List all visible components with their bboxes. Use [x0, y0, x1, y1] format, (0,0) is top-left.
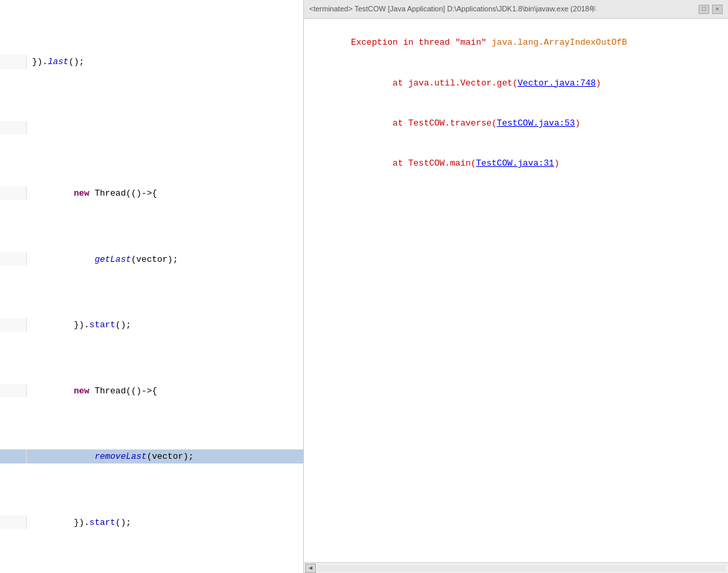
- line-code: [27, 121, 303, 135]
- line-number: [0, 516, 27, 530]
- line-number: [0, 318, 27, 332]
- line-number: [0, 384, 27, 398]
- thread-name: "main": [455, 37, 486, 47]
- line-code: getLast(vector);: [27, 252, 303, 266]
- code-line: new Thread(()->{: [0, 186, 303, 200]
- console-stack-line: at TestCOW.traverse(TestCOW.java:53): [309, 104, 723, 144]
- line-number: [0, 55, 27, 69]
- scroll-track[interactable]: [317, 565, 725, 572]
- line-number: [0, 252, 27, 266]
- exception-text: Exception in thread: [351, 37, 455, 47]
- stack-at-text: at java.util.Vector.get(: [351, 78, 518, 88]
- console-stack-line: at TestCOW.main(TestCOW.java:31): [309, 144, 723, 184]
- close-button[interactable]: ✕: [712, 5, 723, 14]
- line-code: removeLast(vector);: [27, 449, 303, 463]
- line-code: }).start();: [27, 516, 303, 530]
- console-header: <terminated> TestCOW [Java Application] …: [304, 0, 728, 19]
- code-line: }).start();: [0, 516, 303, 530]
- code-line-highlighted: removeLast(vector);: [0, 449, 303, 463]
- code-line: getLast(vector);: [0, 252, 303, 266]
- console-stack-line: at java.util.Vector.get(Vector.java:748): [309, 63, 723, 103]
- stack-paren: ): [596, 78, 601, 88]
- line-code: new Thread(()->{: [27, 186, 303, 200]
- line-number: [0, 121, 27, 135]
- code-line: }).start();: [0, 318, 303, 332]
- stack-link[interactable]: Vector.java:748: [518, 78, 596, 88]
- stack-at-text: at TestCOW.main(: [351, 158, 476, 168]
- main-container: }).last(); new Thread(()->{ getLast(vect…: [0, 0, 728, 573]
- console-header-controls: □ ✕: [699, 5, 723, 14]
- console-panel: <terminated> TestCOW [Java Application] …: [304, 0, 728, 573]
- console-output-line: Exception in thread "main" java.lang.Arr…: [309, 23, 723, 63]
- line-number: [0, 186, 27, 200]
- line-code: new Thread(()->{: [27, 384, 303, 398]
- stack-paren: ): [554, 158, 560, 168]
- code-editor: }).last(); new Thread(()->{ getLast(vect…: [0, 0, 304, 573]
- minimize-button[interactable]: □: [699, 5, 709, 14]
- stack-link[interactable]: TestCOW.java:31: [476, 158, 554, 168]
- code-line: }).last();: [0, 55, 303, 69]
- code-line: [0, 121, 303, 135]
- line-number: [0, 449, 27, 463]
- line-code: }).start();: [27, 318, 303, 332]
- line-code: }).last();: [27, 55, 303, 69]
- console-header-text: <terminated> TestCOW [Java Application] …: [309, 4, 596, 14]
- horizontal-scrollbar[interactable]: ◀: [304, 562, 728, 573]
- code-line: new Thread(()->{: [0, 384, 303, 398]
- stack-paren: ): [575, 118, 580, 128]
- exception-class: java.lang.ArrayIndexOutOfB: [486, 37, 627, 47]
- stack-at-text: at TestCOW.traverse(: [351, 118, 496, 128]
- stack-link[interactable]: TestCOW.java:53: [497, 118, 575, 128]
- code-content: }).last(); new Thread(()->{ getLast(vect…: [0, 0, 303, 573]
- scroll-left-button[interactable]: ◀: [305, 564, 316, 573]
- console-body: Exception in thread "main" java.lang.Arr…: [304, 19, 728, 562]
